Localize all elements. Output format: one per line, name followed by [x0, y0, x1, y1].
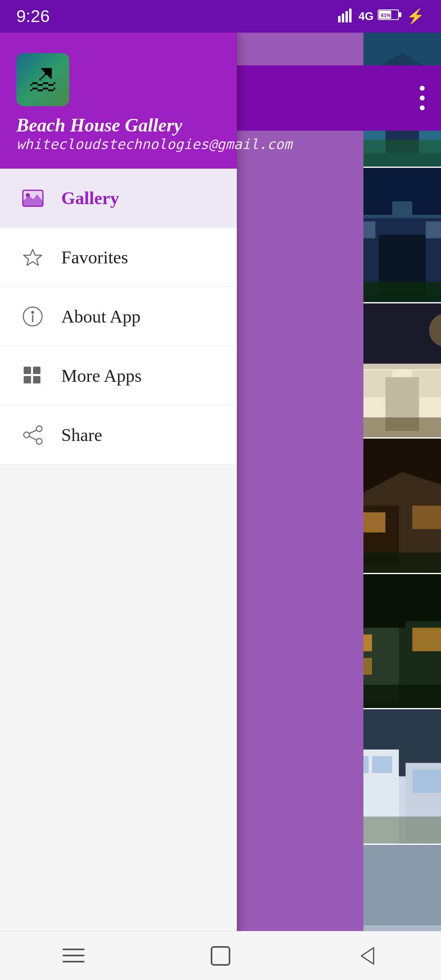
svg-marker-77	[361, 948, 374, 964]
svg-text:61%: 61%	[381, 13, 391, 18]
svg-rect-76	[212, 947, 229, 965]
svg-rect-3	[349, 9, 352, 22]
svg-rect-29	[363, 417, 441, 437]
svg-rect-35	[363, 512, 385, 532]
svg-rect-42	[363, 634, 372, 651]
svg-rect-21	[363, 222, 375, 238]
about-label: About App	[61, 306, 140, 327]
app-container: Beach House Gallery whitecloudstechnolog…	[0, 33, 441, 980]
svg-rect-64	[24, 367, 31, 374]
nav-home-button[interactable]	[200, 940, 241, 972]
gallery-thumb-4[interactable]	[363, 439, 441, 574]
svg-point-59	[26, 193, 30, 197]
network-icon: 4G	[359, 10, 374, 23]
menu-item-more-apps[interactable]: More Apps	[0, 346, 237, 405]
charging-icon: ⚡	[406, 8, 425, 25]
svg-rect-52	[372, 756, 392, 773]
status-icons: 4G 61% ⚡	[338, 8, 425, 25]
gallery-thumb-3[interactable]	[363, 303, 441, 439]
svg-rect-37	[363, 552, 441, 572]
svg-rect-65	[33, 367, 40, 374]
svg-rect-53	[412, 770, 441, 793]
nav-back-button[interactable]	[347, 940, 388, 972]
favorites-icon	[20, 245, 45, 270]
dot-3	[420, 105, 425, 110]
app-icon	[16, 53, 69, 106]
signal-icon	[338, 8, 354, 25]
info-icon	[20, 304, 45, 329]
svg-point-70	[36, 439, 42, 444]
nav-menu-button[interactable]	[53, 940, 94, 972]
menu-item-gallery[interactable]: Gallery	[0, 169, 237, 228]
menu-item-about[interactable]: About App	[0, 287, 237, 346]
svg-line-71	[29, 430, 37, 434]
share-label: Share	[61, 425, 102, 445]
apps-icon	[20, 363, 45, 388]
menu-item-share[interactable]: Share	[0, 405, 237, 465]
svg-rect-14	[363, 140, 441, 167]
svg-rect-51	[363, 756, 369, 773]
header-overflow-area	[237, 65, 441, 131]
svg-rect-43	[363, 658, 372, 675]
svg-rect-67	[33, 376, 40, 383]
svg-rect-44	[412, 628, 441, 651]
svg-rect-1	[342, 13, 344, 22]
favorites-label: Favorites	[61, 247, 128, 268]
svg-point-69	[24, 432, 29, 438]
gallery-thumb-2[interactable]	[363, 168, 441, 303]
navigation-drawer: Beach House Gallery whitecloudstechnolog…	[0, 33, 237, 980]
svg-rect-0	[338, 16, 341, 22]
share-icon	[20, 423, 45, 447]
svg-rect-20	[363, 282, 441, 302]
svg-rect-45	[363, 685, 441, 708]
bottom-navigation	[0, 931, 441, 980]
drawer-menu: Gallery Favorites	[0, 169, 237, 980]
svg-rect-66	[24, 376, 31, 383]
app-email: whitecloudstechnologies@gmail.com	[16, 136, 220, 152]
gallery-icon	[20, 186, 45, 210]
svg-rect-22	[425, 222, 441, 238]
gallery-thumb-6[interactable]	[363, 709, 441, 844]
svg-rect-36	[412, 506, 441, 529]
gallery-column	[363, 33, 441, 980]
dot-2	[420, 96, 425, 100]
app-title: Beach House Gallery	[16, 114, 220, 136]
status-bar: 9:26 4G 61% ⚡	[0, 0, 441, 33]
dot-1	[420, 86, 425, 91]
gallery-thumb-5[interactable]	[363, 574, 441, 709]
svg-rect-2	[345, 11, 348, 22]
more-apps-label: More Apps	[61, 365, 142, 386]
gallery-label: Gallery	[61, 188, 119, 209]
svg-point-63	[31, 311, 33, 313]
battery-icon: 61%	[378, 8, 402, 24]
svg-line-72	[29, 436, 37, 440]
status-time: 9:26	[16, 7, 50, 26]
drawer-header: Beach House Gallery whitecloudstechnolog…	[0, 33, 237, 169]
svg-rect-19	[392, 202, 412, 218]
svg-marker-60	[24, 249, 42, 265]
svg-point-68	[36, 426, 42, 432]
svg-rect-50	[363, 817, 441, 844]
svg-rect-25	[363, 364, 441, 369]
overflow-menu-button[interactable]	[420, 86, 425, 110]
svg-rect-6	[399, 12, 401, 17]
menu-item-favorites[interactable]: Favorites	[0, 228, 237, 287]
